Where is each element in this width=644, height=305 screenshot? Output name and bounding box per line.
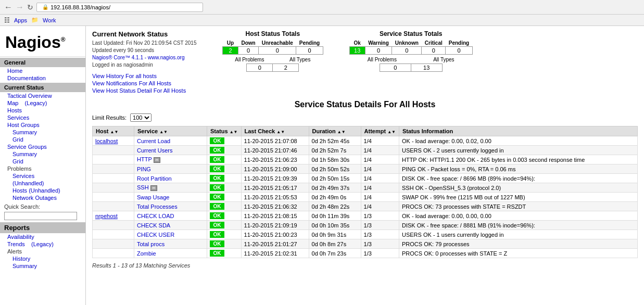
col-status-header[interactable]: Status ▲▼: [207, 126, 242, 136]
cell-service[interactable]: HTTP✉: [134, 155, 207, 164]
cell-duration: 0d 0h 8m 27s: [309, 239, 361, 249]
cell-host: [93, 239, 134, 249]
refresh-btn[interactable]: ↻: [27, 3, 33, 11]
quick-search-input[interactable]: [4, 212, 77, 220]
host-sub-headers: All Problems All Types: [222, 57, 323, 62]
host-all-problems-value[interactable]: 0: [247, 64, 273, 72]
sidebar-item-problems-unhandled[interactable]: (Unhandled): [0, 180, 85, 187]
view-host-status-link[interactable]: View Host Status Detail For All Hosts: [92, 87, 207, 94]
sidebar-item-service-groups-grid[interactable]: Grid: [0, 158, 85, 165]
url-bar[interactable]: 192.168.88.138/nagios/: [50, 4, 110, 10]
host-pending-value[interactable]: 0: [296, 47, 323, 55]
network-status-box: Current Network Status Last Updated: Fri…: [92, 30, 207, 95]
cell-duration: 0d 1h 58m 30s: [309, 155, 361, 164]
cell-service[interactable]: Current Load: [134, 136, 207, 146]
sidebar-item-availability[interactable]: Availability: [0, 233, 85, 240]
cell-status[interactable]: OK: [207, 183, 242, 193]
sidebar-item-tactical-overview[interactable]: Tactical Overview: [0, 92, 85, 99]
view-notifications-link[interactable]: View Notifications For All Hosts: [92, 80, 207, 86]
cell-status[interactable]: OK: [207, 193, 242, 202]
cell-attempt: 1/4: [361, 202, 399, 211]
cell-status[interactable]: OK: [207, 136, 242, 146]
cell-service[interactable]: SSH✉: [134, 183, 207, 193]
cell-service[interactable]: Total procs: [134, 239, 207, 249]
cell-status[interactable]: OK: [207, 230, 242, 239]
svc-unknown-value[interactable]: 0: [392, 47, 422, 55]
svc-ok-header: Ok: [349, 40, 365, 47]
cell-last-check: 11-20-2015 21:05:53: [241, 193, 309, 202]
cell-host[interactable]: nrpehost: [93, 211, 134, 221]
cell-status[interactable]: OK: [207, 239, 242, 249]
cell-status[interactable]: OK: [207, 146, 242, 155]
cell-info: DISK OK - free space: / 8696 MB (89% ino…: [399, 174, 637, 183]
cell-status[interactable]: OK: [207, 155, 242, 164]
forward-btn[interactable]: →: [16, 3, 24, 12]
svc-all-problems-value[interactable]: 0: [380, 64, 411, 72]
sidebar-item-problems-services[interactable]: Services: [0, 172, 85, 180]
cell-status[interactable]: OK: [207, 221, 242, 230]
sidebar-item-service-groups-summary[interactable]: Summary: [0, 150, 85, 158]
cell-service[interactable]: Total Processes: [134, 202, 207, 211]
sidebar-item-service-groups[interactable]: Service Groups: [0, 143, 85, 150]
table-row: Swap UsageOK11-20-2015 21:05:530d 2h 49m…: [93, 193, 638, 202]
cell-service[interactable]: Current Users: [134, 146, 207, 155]
sidebar-item-map[interactable]: Map (Legacy): [0, 99, 85, 107]
svc-critical-value[interactable]: 0: [422, 47, 446, 55]
sidebar-item-documentation[interactable]: Documentation: [0, 74, 85, 82]
svc-pending-value[interactable]: 0: [446, 47, 472, 55]
table-row: Total ProcessesOK11-20-2015 21:06:320d 2…: [93, 202, 638, 211]
cell-service[interactable]: Swap Usage: [134, 193, 207, 202]
col-service-header[interactable]: Service ▲▼: [134, 126, 207, 136]
sidebar-item-trends[interactable]: Trends (Legacy): [0, 240, 85, 248]
apps-label[interactable]: Apps: [14, 17, 27, 23]
cell-last-check: 11-20-2015 21:06:32: [241, 202, 309, 211]
cell-status[interactable]: OK: [207, 202, 242, 211]
cell-service[interactable]: Root Partition: [134, 174, 207, 183]
work-label[interactable]: Work: [43, 17, 56, 23]
col-lastcheck-header[interactable]: Last Check ▲▼: [241, 126, 309, 136]
cell-service[interactable]: CHECK LOAD: [134, 211, 207, 221]
svc-all-types-value[interactable]: 13: [411, 64, 442, 72]
nagios-version-link[interactable]: Nagios® Core™ 4.1.1 - www.nagios.org: [92, 55, 184, 60]
cell-service[interactable]: Zombie: [134, 249, 207, 258]
view-history-link[interactable]: View History For all hosts: [92, 73, 207, 79]
sidebar-item-host-groups-grid[interactable]: Grid: [0, 136, 85, 143]
back-btn[interactable]: ←: [4, 3, 12, 12]
col-host-header[interactable]: Host ▲▼: [93, 126, 134, 136]
sidebar-item-host-groups-summary[interactable]: Summary: [0, 129, 85, 136]
cell-host[interactable]: localhost: [93, 136, 134, 146]
sidebar-item-hosts[interactable]: Hosts: [0, 107, 85, 114]
sidebar-item-network-outages[interactable]: Network Outages: [0, 194, 85, 201]
service-details-title: Service Status Details For All Hosts: [92, 100, 638, 109]
host-unreachable-value[interactable]: 0: [259, 47, 296, 55]
cell-host: [93, 155, 134, 164]
cell-status[interactable]: OK: [207, 174, 242, 183]
host-up-value[interactable]: 2: [223, 47, 238, 55]
cell-last-check: 11-20-2015 21:06:23: [241, 155, 309, 164]
sidebar-item-home[interactable]: Home: [0, 67, 85, 74]
cell-service[interactable]: PING: [134, 164, 207, 174]
col-duration-header[interactable]: Duration ▲▼: [309, 126, 361, 136]
sidebar-item-hosts-unhandled[interactable]: Hosts (Unhandled): [0, 187, 85, 194]
cell-status[interactable]: OK: [207, 249, 242, 258]
sidebar-item-host-groups[interactable]: Host Groups: [0, 121, 85, 129]
svc-ok-value[interactable]: 13: [349, 47, 365, 55]
sidebar-item-alerts-history[interactable]: History: [0, 255, 85, 262]
svc-critical-header: Critical: [422, 40, 446, 47]
cell-duration: 0d 0h 7m 23s: [309, 249, 361, 258]
cell-attempt: 1/4: [361, 193, 399, 202]
limit-select[interactable]: 100 50 25: [130, 113, 151, 122]
host-all-types-value[interactable]: 2: [273, 64, 299, 72]
last-updated: Last Updated: Fri Nov 20 21:09:54 CST 20…: [92, 40, 207, 47]
limit-label: Limit Results:: [92, 115, 127, 121]
cell-status[interactable]: OK: [207, 211, 242, 221]
cell-status[interactable]: OK: [207, 164, 242, 174]
cell-service[interactable]: CHECK SDA: [134, 221, 207, 230]
svc-warning-value[interactable]: 0: [365, 47, 392, 55]
sidebar-item-alerts-summary[interactable]: Summary: [0, 262, 85, 270]
col-attempt-header[interactable]: Attempt ▲▼: [361, 126, 399, 136]
cell-service[interactable]: CHECK USER: [134, 230, 207, 239]
host-down-value[interactable]: 0: [238, 47, 259, 55]
nagios-version: Nagios® Core™ 4.1.1 - www.nagios.org: [92, 54, 207, 61]
sidebar-item-services[interactable]: Services: [0, 114, 85, 121]
